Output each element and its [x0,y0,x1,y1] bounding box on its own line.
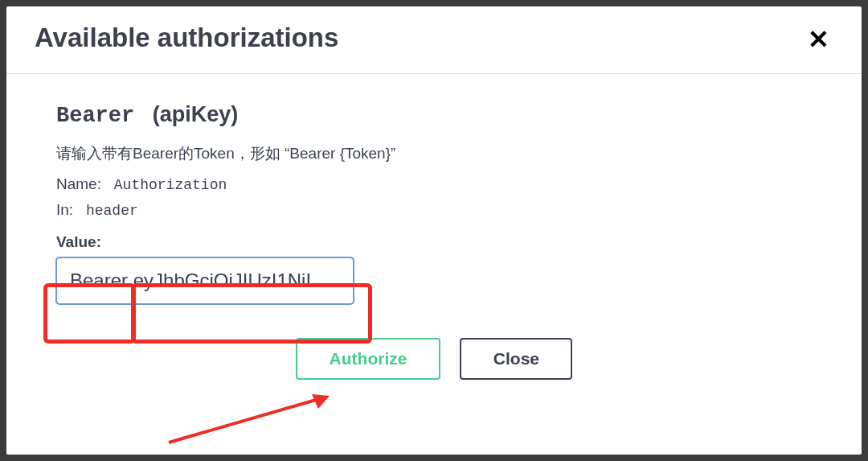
auth-name-value: Authorization [114,177,227,193]
close-icon[interactable]: ✕ [804,27,833,52]
close-button[interactable]: Close [460,338,572,380]
auth-in-row: In: header [56,201,812,219]
authorize-button[interactable]: Authorize [296,338,441,380]
auth-name-row: Name: Authorization [56,175,812,193]
authorization-modal: Available authorizations ✕ Bearer (apiKe… [6,6,862,455]
auth-value-input[interactable] [56,257,354,304]
button-row: Authorize Close [56,338,812,380]
auth-name-label: Name: [56,175,101,192]
auth-value-label: Value: [56,233,812,251]
auth-in-label: In: [56,201,73,218]
auth-scheme-name: Bearer [56,104,134,128]
auth-in-value: header [86,203,138,219]
auth-description: 请输入带有Bearer的Token，形如 “Bearer {Token}” [56,142,812,166]
auth-scheme-title: Bearer (apiKey) [56,102,812,128]
auth-scheme-type: (apiKey) [153,102,239,126]
modal-title: Available authorizations [35,23,338,53]
modal-body: Bearer (apiKey) 请输入带有Bearer的Token，形如 “Be… [6,74,862,404]
modal-header: Available authorizations ✕ [6,6,862,74]
